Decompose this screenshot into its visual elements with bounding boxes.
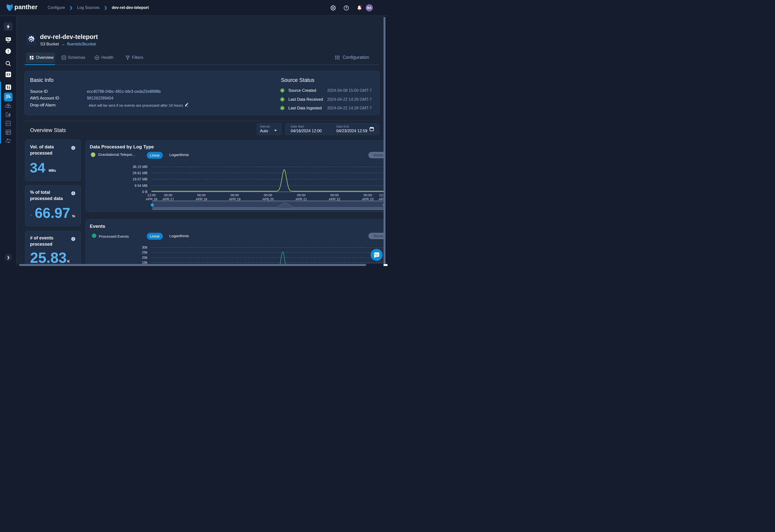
svg-text:APR 23: APR 23	[362, 197, 373, 201]
svg-text:25k: 25k	[142, 250, 148, 254]
svg-text:APR 22: APR 22	[329, 197, 340, 201]
svg-text:APR 20: APR 20	[262, 197, 274, 201]
svg-text:APR 17: APR 17	[162, 197, 174, 201]
svg-text:APR 18: APR 18	[196, 197, 207, 201]
svg-text:20k: 20k	[142, 255, 148, 259]
svg-text:00:00: 00:00	[364, 193, 372, 197]
svg-text:38.15 MB: 38.15 MB	[133, 165, 147, 169]
svg-text:00:00: 00:00	[164, 193, 172, 197]
svg-text:12:00: 12:00	[147, 193, 156, 197]
svg-text:28.61 MB: 28.61 MB	[133, 171, 147, 175]
svg-text:APR 21: APR 21	[295, 197, 307, 201]
svg-text:19.07 MB: 19.07 MB	[133, 177, 147, 181]
svg-text:APR 19: APR 19	[229, 197, 240, 201]
svg-text:00:00: 00:00	[264, 193, 272, 197]
svg-text:00:00: 00:00	[197, 193, 206, 197]
svg-text:00:00: 00:00	[231, 193, 239, 197]
svg-text:00:00: 00:00	[297, 193, 305, 197]
svg-text:00:00: 00:00	[330, 193, 339, 197]
svg-text:APR 16: APR 16	[146, 197, 157, 201]
svg-text:0 B: 0 B	[142, 190, 147, 194]
svg-text:30k: 30k	[142, 245, 148, 249]
svg-text:9.54 MB: 9.54 MB	[134, 184, 147, 188]
